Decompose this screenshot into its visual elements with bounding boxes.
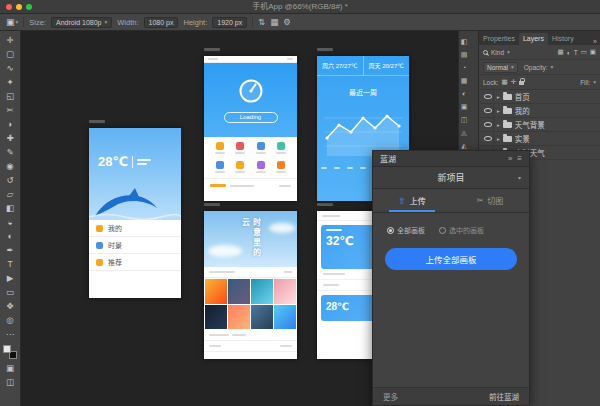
edit-toolbar-icon[interactable]: ⋯ xyxy=(2,327,19,341)
filter-adjustment-icon[interactable]: ◐ xyxy=(567,49,571,56)
more-link[interactable]: 更多 xyxy=(383,391,398,402)
radio-all-artboards[interactable]: 全部画板 xyxy=(387,225,425,235)
app-icon xyxy=(216,142,224,150)
crop-tool-icon[interactable]: ◱ xyxy=(2,89,19,103)
visibility-eye-icon[interactable] xyxy=(484,94,492,99)
visibility-eye-icon[interactable] xyxy=(484,136,492,141)
goto-lanhu-link[interactable]: 前往蓝湖 xyxy=(489,391,519,402)
styles-panel-icon[interactable]: ▣ xyxy=(459,100,469,113)
hand-tool-icon[interactable]: ✥ xyxy=(2,299,19,313)
swap-dimensions-icon[interactable]: ⇅ xyxy=(258,17,265,27)
color-panel-icon[interactable]: ◧ xyxy=(459,35,469,48)
align-icon[interactable]: ▦ xyxy=(270,17,278,27)
layer-row[interactable]: ▸ 首页 xyxy=(479,90,600,104)
project-selector[interactable]: 新项目 ▾ xyxy=(373,167,529,189)
adjustments-panel-icon[interactable]: ◐ xyxy=(459,87,469,100)
radio-selected-artboards[interactable]: 选中的画板 xyxy=(439,225,484,235)
upload-all-artboards-button[interactable]: 上传全部画板 xyxy=(385,248,517,270)
loading-hero: Loading xyxy=(204,63,297,137)
pen-tool-icon[interactable]: ✒ xyxy=(2,243,19,257)
filter-pixel-icon[interactable]: ▦ xyxy=(558,48,564,56)
color-swatches[interactable] xyxy=(3,345,17,359)
lasso-tool-icon[interactable]: ∿ xyxy=(2,61,19,75)
layer-row[interactable]: ▸ 我的 xyxy=(479,104,600,118)
chevron-down-icon[interactable]: ▾ xyxy=(593,79,596,85)
filter-type-icon[interactable]: T xyxy=(574,49,578,56)
lock-position-icon[interactable]: ✛ xyxy=(511,78,516,86)
zoom-tool-icon[interactable]: ◎ xyxy=(2,313,19,327)
tab-layers[interactable]: Layers xyxy=(519,33,548,45)
artboard-label[interactable] xyxy=(317,48,333,51)
artboard-label[interactable] xyxy=(204,48,220,51)
collapse-panel-icon[interactable]: » xyxy=(508,154,512,163)
height-input[interactable]: 1920 px xyxy=(212,17,247,28)
artboard-home[interactable]: 28℃ 我的 时景 xyxy=(89,128,181,298)
tab-slice[interactable]: ✂ 切图 xyxy=(451,189,529,212)
collapse-panels-icon[interactable]: » xyxy=(590,38,600,45)
dodge-tool-icon[interactable]: ◐ xyxy=(2,229,19,243)
visibility-eye-icon[interactable] xyxy=(484,122,492,127)
layer-row[interactable]: ▸ 天气背景 xyxy=(479,118,600,132)
blend-mode-select[interactable]: Normal ▾ xyxy=(483,62,518,73)
height-value: 1920 px xyxy=(217,19,242,26)
visibility-eye-icon[interactable] xyxy=(484,108,492,113)
window-titlebar: 手机App @66%(RGB/8#) * xyxy=(0,0,600,14)
artboard-gallery[interactable]: 时意里的云 xyxy=(204,211,297,359)
lock-all-icon[interactable] xyxy=(519,81,524,85)
magic-wand-tool-icon[interactable]: ✦ xyxy=(2,75,19,89)
search-icon xyxy=(483,50,488,55)
blur-tool-icon[interactable]: ◒ xyxy=(2,215,19,229)
eyedropper-tool-icon[interactable]: ◗ xyxy=(2,117,19,131)
tab-properties[interactable]: Properties xyxy=(479,33,519,45)
artboard-label[interactable] xyxy=(204,203,220,206)
slice-tool-icon[interactable]: ✂ xyxy=(2,103,19,117)
quick-mask-icon[interactable]: ▣ xyxy=(2,361,19,375)
libraries-panel-icon[interactable]: ◫ xyxy=(459,113,469,126)
minimize-window-button[interactable] xyxy=(16,4,22,10)
tab-slice-label: 切图 xyxy=(487,195,503,206)
lock-transparency-icon[interactable]: ▦ xyxy=(502,78,508,86)
foreground-color-swatch[interactable] xyxy=(3,345,11,353)
filter-shape-icon[interactable]: ▭ xyxy=(581,48,587,56)
chevron-down-icon[interactable]: ▾ xyxy=(507,49,510,55)
history-brush-tool-icon[interactable]: ↺ xyxy=(2,173,19,187)
artboard-loading[interactable]: Loading xyxy=(204,56,297,201)
gradients-panel-icon[interactable]: ◔ xyxy=(459,61,469,74)
brush-tool-icon[interactable]: ✎ xyxy=(2,145,19,159)
move-tool-icon[interactable]: ✛ xyxy=(2,33,19,47)
shape-tool-icon[interactable]: ▭ xyxy=(2,285,19,299)
panel-menu-icon[interactable]: ≡ xyxy=(517,154,522,163)
chevron-down-icon[interactable]: ▾ xyxy=(551,64,554,70)
expand-chevron-icon[interactable]: ▸ xyxy=(497,122,500,128)
tab-upload[interactable]: ⇧ 上传 xyxy=(373,189,451,212)
tab-history[interactable]: History xyxy=(548,33,578,45)
screen-mode-icon[interactable]: ◫ xyxy=(2,375,19,389)
size-value: Android 1080p xyxy=(56,19,102,26)
layer-filter-row: Kind ▾ ▦ ◐ T ▭ ▣ xyxy=(479,45,600,60)
layer-row[interactable]: ▸ 实景 xyxy=(479,132,600,146)
expand-chevron-icon[interactable]: ▸ xyxy=(497,108,500,114)
kind-filter-label[interactable]: Kind xyxy=(491,49,504,56)
settings-gear-icon[interactable]: ⚙ xyxy=(283,17,291,27)
type-tool-icon[interactable]: T xyxy=(2,257,19,271)
clone-stamp-tool-icon[interactable]: ◉ xyxy=(2,159,19,173)
artboard-tool-icon[interactable]: ▣▾ xyxy=(6,17,18,27)
gradient-tool-icon[interactable]: ◧ xyxy=(2,201,19,215)
patterns-panel-icon[interactable]: ▦ xyxy=(459,74,469,87)
artboard-label[interactable] xyxy=(89,120,105,123)
size-select[interactable]: Android 1080p▾ xyxy=(51,17,112,28)
expand-chevron-icon[interactable]: ▸ xyxy=(497,94,500,100)
path-select-tool-icon[interactable]: ▶ xyxy=(2,271,19,285)
close-window-button[interactable] xyxy=(6,4,12,10)
artboard-label[interactable] xyxy=(317,203,333,206)
width-input[interactable]: 1080 px xyxy=(144,17,179,28)
week-day-header: 周六 27/27℃ 周天 20/27℃ xyxy=(317,56,409,76)
marquee-tool-icon[interactable]: ▢ xyxy=(2,47,19,61)
channels-panel-icon[interactable]: ◬ xyxy=(459,126,469,139)
expand-chevron-icon[interactable]: ▸ xyxy=(497,136,500,142)
healing-brush-tool-icon[interactable]: ✚ xyxy=(2,131,19,145)
eraser-tool-icon[interactable]: ▱ xyxy=(2,187,19,201)
filter-smart-object-icon[interactable]: ▣ xyxy=(590,48,596,56)
swatches-panel-icon[interactable]: ▤ xyxy=(459,48,469,61)
zoom-window-button[interactable] xyxy=(26,4,32,10)
